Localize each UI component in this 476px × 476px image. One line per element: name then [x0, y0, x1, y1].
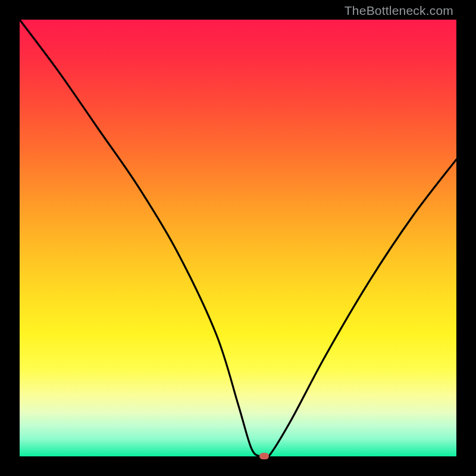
optimum-marker	[259, 453, 269, 459]
bottleneck-curve	[20, 20, 456, 456]
curve-path	[20, 20, 456, 456]
watermark-text: TheBottleneck.com	[345, 4, 453, 18]
chart-container: TheBottleneck.com	[0, 0, 476, 476]
plot-area	[20, 20, 456, 456]
